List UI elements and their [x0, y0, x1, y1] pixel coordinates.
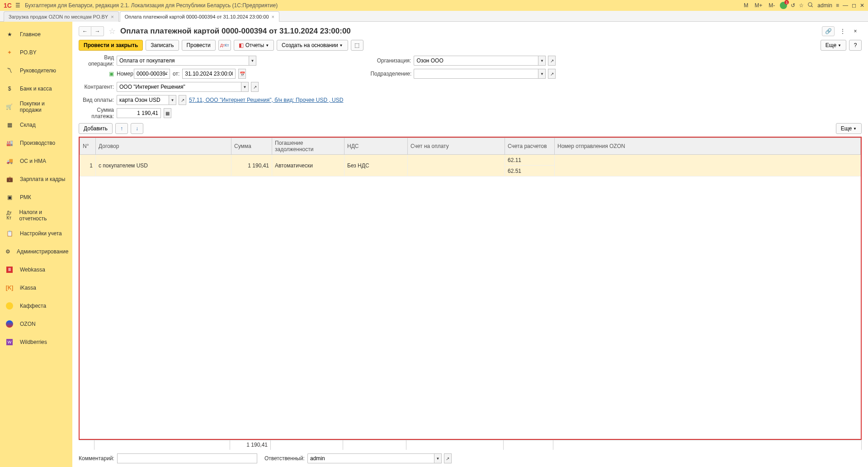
table-row[interactable]: 1 с покупателем USD 1 190,41 Автоматичес…: [80, 155, 861, 166]
col-repay[interactable]: Погашение задолженности: [272, 138, 344, 155]
sidebar-item-wildberries[interactable]: WWildberries: [0, 333, 72, 351]
help-button[interactable]: ?: [849, 40, 862, 51]
sidebar-item-admin[interactable]: ⚙Администрирование: [0, 243, 72, 261]
dropdown-icon[interactable]: ▼: [249, 56, 256, 66]
m-plus-button[interactable]: M+: [753, 2, 764, 9]
comment-input[interactable]: [117, 453, 257, 463]
sidebar-item-production[interactable]: 🏭Производство: [0, 134, 72, 152]
op-type-input[interactable]: [117, 56, 249, 66]
sidebar-item-assets[interactable]: 🚚ОС и НМА: [0, 152, 72, 170]
col-contract[interactable]: Договор: [96, 138, 231, 155]
settings-icon[interactable]: ≡: [836, 2, 839, 9]
star-icon[interactable]: ☆: [108, 26, 116, 36]
sidebar-item-ikassa[interactable]: [K]iKassa: [0, 279, 72, 297]
tab-close-icon[interactable]: ×: [272, 14, 274, 19]
forward-button[interactable]: →: [91, 26, 104, 36]
history-icon[interactable]: ↺: [791, 2, 795, 9]
open-icon[interactable]: ↗: [548, 69, 556, 79]
org-input[interactable]: [414, 56, 538, 66]
sidebar-item-warehouse[interactable]: ▦Склад: [0, 116, 72, 134]
back-button[interactable]: ←: [79, 26, 91, 36]
posted-icon: ▣: [109, 71, 114, 77]
move-down-button[interactable]: ↓: [131, 123, 143, 134]
favorite-icon[interactable]: ☆: [799, 2, 804, 9]
reports-button[interactable]: ◧Отчеты ▼: [234, 40, 274, 51]
structure-icon[interactable]: ⬚: [351, 40, 363, 51]
more-table-button[interactable]: Еще ▼: [836, 123, 862, 134]
open-icon[interactable]: ↗: [179, 95, 186, 105]
col-accounts[interactable]: Счета расчетов: [505, 138, 555, 155]
close-icon[interactable]: ✕: [860, 2, 864, 9]
post-and-close-button[interactable]: Провести и закрыть: [79, 40, 143, 51]
maximize-icon[interactable]: ◻: [852, 2, 856, 9]
sidebar-item-taxes[interactable]: ДтКтНалоги и отчетность: [0, 206, 72, 224]
user-label[interactable]: admin: [817, 2, 832, 9]
sum-input[interactable]: [117, 108, 161, 118]
tab-ozon-loading[interactable]: Загрузка продаж OZON по месяцам PO.BY ×: [4, 11, 119, 22]
briefcase-icon: 💼: [5, 175, 14, 183]
tab-payment-card[interactable]: Оплата платежной картой 0000-000394 от 3…: [120, 11, 279, 22]
sidebar-item-kaffesta[interactable]: Каффеста: [0, 297, 72, 315]
calendar-icon[interactable]: 📅: [238, 69, 246, 79]
post-button[interactable]: Провести: [182, 40, 216, 51]
move-up-button[interactable]: ↑: [115, 123, 128, 134]
terminal-icon: ▣: [5, 193, 14, 201]
sidebar-item-salary[interactable]: 💼Зарплата и кадры: [0, 170, 72, 188]
sidebar-item-bank[interactable]: $Банк и касса: [0, 80, 72, 98]
star-icon: ★: [5, 30, 14, 38]
responsible-input[interactable]: [307, 453, 434, 463]
sidebar-item-webkassa[interactable]: ⅢWebkassa: [0, 261, 72, 279]
minimize-icon[interactable]: —: [843, 2, 848, 9]
dropdown-icon[interactable]: ▼: [538, 56, 546, 66]
add-button[interactable]: Добавить: [79, 123, 113, 134]
m-button[interactable]: M: [742, 2, 750, 9]
link-icon[interactable]: 🔗: [822, 26, 835, 36]
tab-close-icon[interactable]: ×: [111, 14, 113, 19]
responsible-label: Ответственный:: [264, 455, 305, 462]
division-input[interactable]: [414, 69, 538, 79]
kaffesta-icon: [5, 302, 14, 310]
counterparty-input[interactable]: [117, 82, 241, 92]
m-minus-button[interactable]: M-: [767, 2, 776, 9]
search-icon[interactable]: [807, 2, 814, 10]
number-input[interactable]: [134, 69, 170, 79]
notification-badge-icon[interactable]: [780, 2, 787, 9]
col-invoice[interactable]: Счет на оплату: [408, 138, 505, 155]
sidebar-item-manager[interactable]: 〽Руководителю: [0, 62, 72, 80]
col-num[interactable]: N°: [80, 138, 96, 155]
dropdown-icon[interactable]: ▼: [434, 453, 442, 463]
col-ozon[interactable]: Номер отправления OZON: [555, 138, 861, 155]
logo-1c: 1C: [4, 2, 12, 9]
payments-table: N° Договор Сумма Погашение задолженности…: [79, 137, 862, 440]
sidebar-item-ozon[interactable]: OZON: [0, 315, 72, 333]
open-icon[interactable]: ↗: [548, 56, 556, 66]
calc-icon[interactable]: ▦: [164, 108, 171, 118]
more-vertical-icon[interactable]: ⋮: [836, 26, 849, 36]
sidebar-item-rmk[interactable]: ▣РМК: [0, 188, 72, 206]
dtkt-button[interactable]: ДтКт: [218, 40, 231, 51]
sidebar-item-sales[interactable]: 🛒Покупки и продажи: [0, 98, 72, 116]
close-doc-icon[interactable]: ×: [849, 26, 862, 36]
dropdown-icon[interactable]: ▼: [538, 69, 546, 79]
from-label: от:: [173, 71, 179, 77]
payment-type-input[interactable]: [117, 95, 169, 105]
division-label: Подразделение:: [370, 71, 411, 77]
more-button[interactable]: Еще ▼: [821, 40, 846, 51]
open-icon[interactable]: ↗: [251, 82, 259, 92]
sidebar-item-poby[interactable]: ✦PO.BY: [0, 43, 72, 62]
dropdown-icon[interactable]: ▼: [169, 95, 176, 105]
sidebar-item-settings[interactable]: 📋Настройки учета: [0, 224, 72, 243]
dropdown-icon[interactable]: ▼: [241, 82, 249, 92]
create-based-button[interactable]: Создать на основании ▼: [277, 40, 348, 51]
org-label: Организация:: [370, 57, 411, 64]
menu-icon[interactable]: ☰: [15, 2, 20, 9]
col-nds[interactable]: НДС: [344, 138, 408, 155]
account-link[interactable]: 57.11, ООО "Интернет Решения", б/н вид: …: [189, 97, 343, 103]
save-button[interactable]: Записать: [146, 40, 179, 51]
date-input[interactable]: [182, 69, 236, 79]
sidebar: ★Главное ✦PO.BY 〽Руководителю $Банк и ка…: [0, 22, 72, 467]
truck-icon: 🚚: [5, 157, 14, 165]
col-sum[interactable]: Сумма: [231, 138, 272, 155]
sidebar-item-main[interactable]: ★Главное: [0, 25, 72, 43]
open-icon[interactable]: ↗: [444, 453, 452, 463]
